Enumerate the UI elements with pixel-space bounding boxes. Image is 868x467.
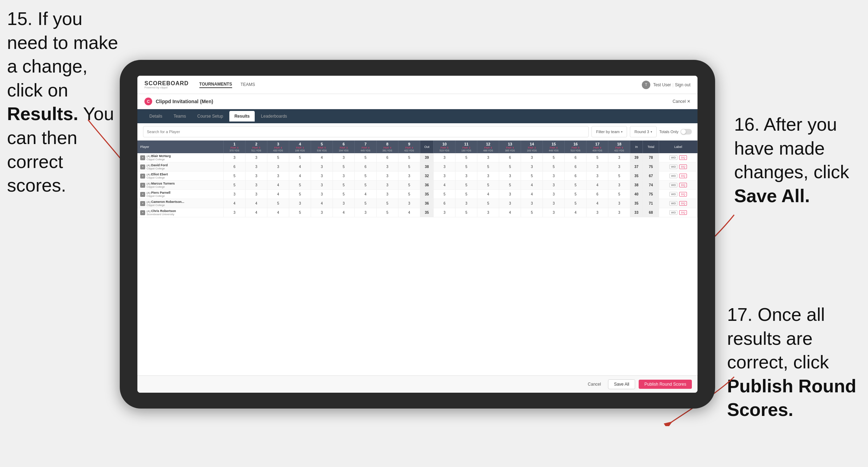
score-h12[interactable]: 4: [477, 190, 499, 199]
score-h9[interactable]: 3: [398, 172, 420, 181]
score-h11[interactable]: 3: [455, 199, 477, 208]
score-h15[interactable]: 5: [543, 153, 565, 162]
tab-teams[interactable]: Teams: [169, 111, 191, 122]
score-h5[interactable]: 3: [311, 181, 333, 190]
score-h14[interactable]: 5: [521, 208, 543, 217]
wd-button[interactable]: WD: [669, 164, 677, 169]
score-h13[interactable]: 5: [499, 162, 521, 172]
score-h3[interactable]: 4: [267, 208, 289, 217]
score-h9[interactable]: 3: [398, 199, 420, 208]
score-h2[interactable]: 4: [246, 199, 267, 208]
score-h3[interactable]: 4: [267, 181, 289, 190]
score-h11[interactable]: 5: [455, 208, 477, 217]
score-h10[interactable]: 3: [434, 172, 455, 181]
score-h10[interactable]: 3: [434, 162, 455, 172]
nav-teams[interactable]: TEAMS: [241, 82, 255, 88]
score-h12[interactable]: 5: [477, 199, 499, 208]
score-h6[interactable]: 5: [333, 190, 355, 199]
cancel-footer-button[interactable]: Cancel: [584, 380, 604, 389]
publish-round-scores-button[interactable]: Publish Round Scores: [639, 380, 692, 389]
score-h16[interactable]: 6: [565, 172, 587, 181]
score-h15[interactable]: 3: [543, 172, 565, 181]
score-h9[interactable]: 5: [398, 181, 420, 190]
score-h7[interactable]: 4: [355, 190, 377, 199]
score-h11[interactable]: 5: [455, 190, 477, 199]
wd-button[interactable]: WD: [669, 174, 677, 178]
score-h17[interactable]: 3: [587, 162, 608, 172]
score-h10[interactable]: 3: [434, 208, 455, 217]
score-h12[interactable]: 3: [477, 172, 499, 181]
score-h6[interactable]: 3: [333, 153, 355, 162]
score-h17[interactable]: 4: [587, 199, 608, 208]
score-h4[interactable]: 5: [289, 190, 311, 199]
score-h12[interactable]: 3: [477, 153, 499, 162]
score-h14[interactable]: 4: [521, 190, 543, 199]
wd-button[interactable]: WD: [669, 201, 677, 206]
wd-button[interactable]: WD: [669, 210, 677, 215]
score-h1[interactable]: 3: [224, 153, 246, 162]
cancel-button[interactable]: Cancel ✕: [672, 99, 690, 104]
score-h5[interactable]: 3: [311, 190, 333, 199]
score-h12[interactable]: 5: [477, 181, 499, 190]
score-h13[interactable]: 6: [499, 153, 521, 162]
score-h13[interactable]: 4: [499, 208, 521, 217]
dq-button[interactable]: DQ: [679, 210, 687, 215]
score-h16[interactable]: 5: [565, 190, 587, 199]
score-h15[interactable]: 3: [543, 181, 565, 190]
score-h12[interactable]: 5: [477, 162, 499, 172]
score-h13[interactable]: 3: [499, 172, 521, 181]
score-h4[interactable]: 3: [289, 199, 311, 208]
score-h1[interactable]: 3: [224, 208, 246, 217]
score-h8[interactable]: 5: [377, 199, 398, 208]
score-h18[interactable]: 3: [608, 162, 630, 172]
score-h3[interactable]: 4: [267, 190, 289, 199]
score-h1[interactable]: 6: [224, 162, 246, 172]
score-h11[interactable]: 5: [455, 162, 477, 172]
score-h18[interactable]: 3: [608, 181, 630, 190]
save-all-button[interactable]: Save All: [608, 379, 635, 389]
tab-leaderboards[interactable]: Leaderboards: [256, 111, 292, 122]
score-h6[interactable]: 4: [333, 208, 355, 217]
score-h14[interactable]: 3: [521, 153, 543, 162]
score-h2[interactable]: 3: [246, 181, 267, 190]
score-h10[interactable]: 6: [434, 199, 455, 208]
score-h8[interactable]: 3: [377, 190, 398, 199]
score-h5[interactable]: 4: [311, 199, 333, 208]
score-h4[interactable]: 4: [289, 162, 311, 172]
score-h18[interactable]: 5: [608, 172, 630, 181]
score-h2[interactable]: 3: [246, 172, 267, 181]
tab-course-setup[interactable]: Course Setup: [192, 111, 228, 122]
wd-button[interactable]: WD: [669, 183, 677, 187]
dq-button[interactable]: DQ: [679, 192, 687, 197]
score-h4[interactable]: 5: [289, 181, 311, 190]
wd-button[interactable]: WD: [669, 192, 677, 197]
score-h4[interactable]: 5: [289, 153, 311, 162]
score-h3[interactable]: 3: [267, 162, 289, 172]
dq-button[interactable]: DQ: [679, 164, 687, 169]
score-h15[interactable]: 3: [543, 199, 565, 208]
score-h13[interactable]: 5: [499, 181, 521, 190]
score-h11[interactable]: 5: [455, 153, 477, 162]
score-h17[interactable]: 5: [587, 153, 608, 162]
score-h18[interactable]: 3: [608, 153, 630, 162]
score-h7[interactable]: 6: [355, 162, 377, 172]
score-h13[interactable]: 3: [499, 190, 521, 199]
score-h9[interactable]: 5: [398, 162, 420, 172]
score-h3[interactable]: 3: [267, 172, 289, 181]
score-h14[interactable]: 5: [521, 172, 543, 181]
score-h17[interactable]: 3: [587, 208, 608, 217]
score-h8[interactable]: 5: [377, 208, 398, 217]
score-h16[interactable]: 4: [565, 208, 587, 217]
score-h5[interactable]: 3: [311, 208, 333, 217]
score-h9[interactable]: 4: [398, 208, 420, 217]
score-h17[interactable]: 4: [587, 181, 608, 190]
tab-results[interactable]: Results: [229, 111, 254, 122]
score-h10[interactable]: 4: [434, 181, 455, 190]
score-h6[interactable]: 5: [333, 162, 355, 172]
score-h15[interactable]: 3: [543, 208, 565, 217]
score-h2[interactable]: 3: [246, 153, 267, 162]
score-h7[interactable]: 5: [355, 153, 377, 162]
score-h11[interactable]: 5: [455, 181, 477, 190]
score-h14[interactable]: 3: [521, 162, 543, 172]
score-h8[interactable]: 3: [377, 162, 398, 172]
